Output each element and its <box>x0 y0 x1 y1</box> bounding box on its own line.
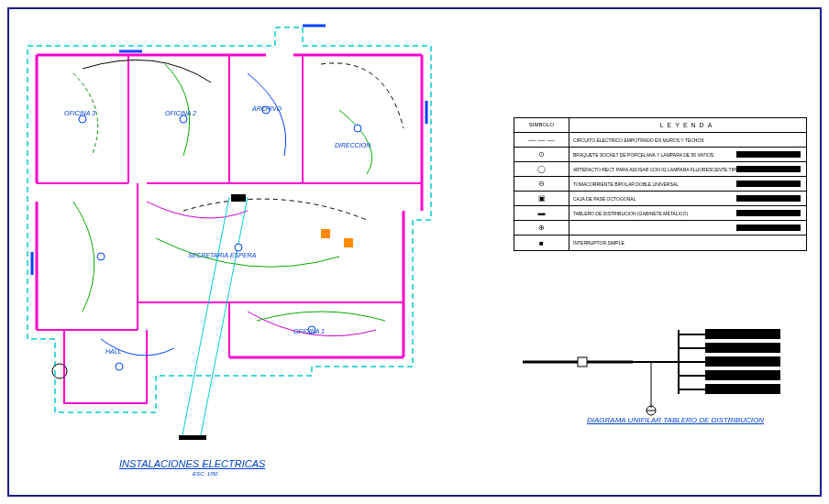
legend-symbol: ▬ <box>514 206 569 220</box>
legend-symbol: ▣ <box>514 192 569 205</box>
room-label-oficina3: OFICINA 3 <box>64 110 95 116</box>
svg-point-6 <box>79 115 86 123</box>
room-label-archivo: ARCHIVO <box>252 105 282 112</box>
legend-row: ⊖TOMACORRIENTE BIPOLAR DOBLE UNIVERSAL <box>514 177 806 192</box>
legend-header-desc: LEYENDA <box>569 118 806 132</box>
svg-point-10 <box>235 244 242 251</box>
legend-symbol: ⊙ <box>514 148 569 161</box>
legend-header-symbol: SIMBOLO <box>514 118 569 132</box>
legend-row: ◯ARTEFACTO RECT. PARA ADOSAR CON 01 LAMP… <box>514 162 806 177</box>
svg-point-9 <box>354 125 361 132</box>
legend-bar <box>736 225 801 231</box>
legend-bar <box>736 210 801 216</box>
legend-row: ▬TABLERO DE DISTRIBUCION (GABINETE METAL… <box>514 206 806 221</box>
legend-symbol: ⊖ <box>514 177 569 191</box>
legend-bar <box>736 166 801 172</box>
svg-point-13 <box>116 363 123 370</box>
svg-rect-14 <box>231 194 246 202</box>
legend-symbol: ◯ <box>514 162 569 176</box>
svg-rect-16 <box>344 238 353 247</box>
legend-desc: CAJA DE PASE OCTOGONAL <box>569 192 806 205</box>
plan-title: INSTALACIONES ELECTRICAS <box>119 458 265 469</box>
diagram-svg <box>514 312 807 422</box>
room-label-oficina1: OFICINA 1 <box>293 328 325 334</box>
legend-row: ■INTERRUPTOR SIMPLE <box>514 236 806 250</box>
legend-header: SIMBOLO LEYENDA <box>514 118 806 133</box>
svg-rect-35 <box>706 385 779 393</box>
legend-symbol: — — — <box>514 133 569 147</box>
svg-rect-18 <box>179 435 206 440</box>
legend-row: — — —CIRCUITO ELECTRICO EMPOTRADO EN MUR… <box>514 133 806 148</box>
legend-desc: TABLERO DE DISTRIBUCION (GABINETE METALI… <box>569 206 806 220</box>
room-label-secretaria: SECRETARIA ESPERA <box>188 252 256 258</box>
legend-desc <box>569 221 806 235</box>
floorplan-svg <box>18 18 440 440</box>
legend-box: SIMBOLO LEYENDA — — —CIRCUITO ELECTRICO … <box>514 117 807 251</box>
legend-desc: CIRCUITO ELECTRICO EMPOTRADO EN MUROS Y … <box>569 133 806 147</box>
legend-desc: TOMACORRIENTE BIPOLAR DOBLE UNIVERSAL <box>569 177 806 191</box>
svg-point-7 <box>180 115 187 123</box>
legend-desc: ARTEFACTO RECT. PARA ADOSAR CON 01 LAMPA… <box>569 162 806 176</box>
legend-desc: BRAQUETE SOCKET DE PORCELANA Y LAMPARA D… <box>569 148 806 161</box>
floorplan-area: OFICINA 3 OFICINA 2 ARCHIVO DIRECCION SE… <box>18 18 440 440</box>
svg-rect-31 <box>706 357 779 366</box>
room-label-hall: HALL <box>105 348 122 355</box>
legend-row: ⊙BRAQUETE SOCKET DE PORCELANA Y LAMPARA … <box>514 148 806 162</box>
svg-rect-15 <box>321 229 330 238</box>
plan-scale: ESC: 1/50 <box>193 471 217 477</box>
svg-rect-29 <box>706 344 779 352</box>
room-label-oficina2: OFICINA 2 <box>165 110 196 116</box>
legend-row: ▣CAJA DE PASE OCTOGONAL <box>514 192 806 206</box>
diagram-title: DIAGRAMA UNIFILAR TABLERO DE DISTRIBUCIO… <box>587 416 764 424</box>
room-label-direccion: DIRECCION <box>335 142 370 148</box>
svg-rect-33 <box>706 371 779 379</box>
svg-line-4 <box>179 197 229 440</box>
legend-symbol: ⊕ <box>514 221 569 235</box>
legend-bar <box>736 195 801 202</box>
legend-bar <box>736 151 801 158</box>
legend-bar <box>736 181 801 187</box>
legend-desc: INTERRUPTOR SIMPLE <box>569 236 806 250</box>
legend-symbol: ■ <box>514 236 569 250</box>
svg-rect-23 <box>578 357 587 367</box>
svg-rect-27 <box>706 330 779 338</box>
svg-point-11 <box>97 253 105 260</box>
legend-row: ⊕ <box>514 221 806 236</box>
